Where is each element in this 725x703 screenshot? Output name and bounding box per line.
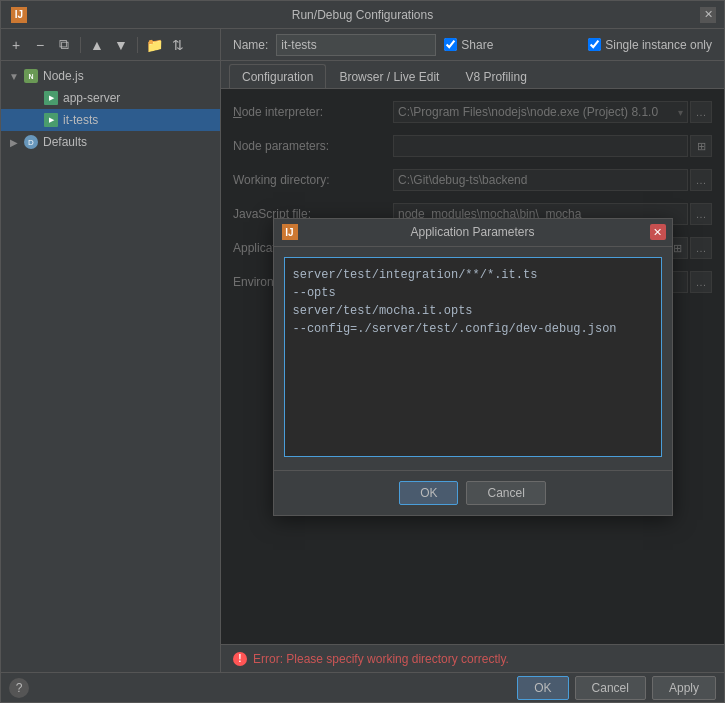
- modal-title-bar: IJ Application Parameters ✕: [274, 219, 672, 247]
- folder-button[interactable]: 📁: [143, 34, 165, 56]
- tab-browser-live-edit[interactable]: Browser / Live Edit: [326, 64, 452, 88]
- defaults-icon: D: [23, 134, 39, 150]
- sort-button[interactable]: ⇅: [167, 34, 189, 56]
- share-checkbox[interactable]: [444, 38, 457, 51]
- tabs-bar: Configuration Browser / Live Edit V8 Pro…: [221, 61, 724, 89]
- modal-footer: OK Cancel: [274, 470, 672, 515]
- tree-item-app-server[interactable]: ▶ app-server: [1, 87, 220, 109]
- nodejs-icon: N: [23, 68, 39, 84]
- modal-ok-button[interactable]: OK: [399, 481, 458, 505]
- tree-item-defaults[interactable]: ▶ D Defaults: [1, 131, 220, 153]
- left-toolbar: + − ⧉ ▲ ▼ 📁 ⇅: [1, 29, 220, 61]
- toolbar-separator-2: [137, 37, 138, 53]
- remove-config-button[interactable]: −: [29, 34, 51, 56]
- name-bar: Name: Share Single instance only: [221, 29, 724, 61]
- tree-label-nodejs: Node.js: [43, 69, 84, 83]
- left-panel: + − ⧉ ▲ ▼ 📁 ⇅ ▼ N Node.js: [1, 29, 221, 672]
- action-buttons: OK Cancel Apply: [517, 676, 716, 700]
- modal-logo: IJ: [282, 224, 298, 240]
- tree-label-app-server: app-server: [63, 91, 120, 105]
- main-window: IJ Run/Debug Configurations ✕ + − ⧉ ▲ ▼ …: [0, 0, 725, 703]
- tab-configuration[interactable]: Configuration: [229, 64, 326, 88]
- error-icon: !: [233, 652, 247, 666]
- app-logo: IJ: [11, 7, 27, 23]
- tree-label-it-tests: it-tests: [63, 113, 98, 127]
- modal-body: server/test/integration/**/*.it.ts --opt…: [274, 247, 672, 470]
- app-params-modal: IJ Application Parameters ✕ server/test/…: [273, 218, 673, 516]
- cancel-button[interactable]: Cancel: [575, 676, 646, 700]
- copy-config-button[interactable]: ⧉: [53, 34, 75, 56]
- apply-button[interactable]: Apply: [652, 676, 716, 700]
- move-up-button[interactable]: ▲: [86, 34, 108, 56]
- title-bar: IJ Run/Debug Configurations ✕: [1, 1, 724, 29]
- tree-item-it-tests[interactable]: ▶ it-tests: [1, 109, 220, 131]
- name-label: Name:: [233, 38, 268, 52]
- tree-arrow-defaults: ▶: [9, 137, 19, 148]
- error-text: Error: Please specify working directory …: [253, 652, 509, 666]
- config-tree: ▼ N Node.js ▶ app-server: [1, 61, 220, 672]
- content-area: + − ⧉ ▲ ▼ 📁 ⇅ ▼ N Node.js: [1, 29, 724, 672]
- ok-button[interactable]: OK: [517, 676, 568, 700]
- it-tests-icon: ▶: [43, 112, 59, 128]
- share-checkbox-label: Share: [444, 38, 493, 52]
- window-close-button[interactable]: ✕: [700, 7, 716, 23]
- single-instance-checkbox[interactable]: [588, 38, 601, 51]
- error-bar: ! Error: Please specify working director…: [221, 644, 724, 672]
- modal-overlay: IJ Application Parameters ✕ server/test/…: [221, 89, 724, 644]
- tree-item-nodejs[interactable]: ▼ N Node.js: [1, 65, 220, 87]
- toolbar-separator: [80, 37, 81, 53]
- modal-textarea[interactable]: server/test/integration/**/*.it.ts --opt…: [284, 257, 662, 457]
- app-server-icon: ▶: [43, 90, 59, 106]
- window-title: Run/Debug Configurations: [292, 8, 433, 22]
- modal-cancel-button[interactable]: Cancel: [466, 481, 545, 505]
- add-config-button[interactable]: +: [5, 34, 27, 56]
- name-input[interactable]: [276, 34, 436, 56]
- modal-title: Application Parameters: [410, 225, 534, 239]
- tab-v8-profiling[interactable]: V8 Profiling: [452, 64, 539, 88]
- tree-label-defaults: Defaults: [43, 135, 87, 149]
- single-instance-label: Single instance only: [588, 38, 712, 52]
- tree-arrow-nodejs: ▼: [9, 71, 19, 82]
- right-panel: Name: Share Single instance only Configu…: [221, 29, 724, 672]
- bottom-bar: ? OK Cancel Apply: [1, 672, 724, 702]
- main-wrapper: Node interpreter: C:\Program Files\nodej…: [221, 89, 724, 644]
- modal-close-button[interactable]: ✕: [650, 224, 666, 240]
- move-down-button[interactable]: ▼: [110, 34, 132, 56]
- help-button[interactable]: ?: [9, 678, 29, 698]
